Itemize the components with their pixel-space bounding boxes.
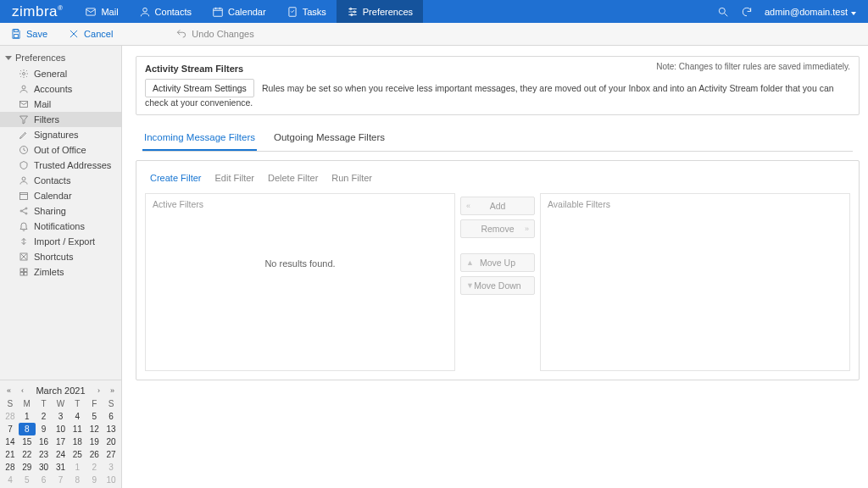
sidebar-item-calendar[interactable]: Calendar — [0, 188, 121, 203]
sidebar-item-mail[interactable]: Mail — [0, 97, 121, 112]
sidebar-item-filters[interactable]: Filters — [0, 112, 121, 127]
undo-button[interactable]: Undo Changes — [165, 28, 264, 40]
edit-filter-button[interactable]: Edit Filter — [215, 173, 254, 183]
cal-day[interactable]: 4 — [2, 474, 19, 486]
tab-incoming-filters[interactable]: Incoming Message Filters — [142, 125, 257, 151]
cal-day[interactable]: 3 — [103, 461, 120, 474]
move-down-button[interactable]: ▼Move Down — [460, 276, 535, 295]
contacts-icon — [19, 175, 29, 186]
cal-next-year-icon[interactable]: » — [108, 386, 118, 395]
cal-day[interactable]: 16 — [36, 435, 53, 448]
cal-day[interactable]: 10 — [53, 423, 70, 435]
sidebar-item-trusted[interactable]: Trusted Addresses — [0, 158, 121, 173]
arrow-left-icon: « — [466, 202, 470, 210]
sidebar-item-sharing[interactable]: Sharing — [0, 203, 121, 219]
available-filters-list[interactable]: Available Filters — [540, 193, 850, 371]
cal-day[interactable]: 3 — [53, 410, 70, 423]
signatures-icon — [19, 130, 29, 140]
sidebar-item-shortcuts[interactable]: Shortcuts — [0, 249, 121, 264]
cal-day[interactable]: 26 — [86, 448, 103, 461]
sidebar-item-zimlets[interactable]: Zimlets — [0, 264, 121, 280]
arrow-right-icon: » — [525, 225, 529, 233]
active-filters-list[interactable]: Active Filters No results found. — [145, 193, 455, 371]
cal-day[interactable]: 14 — [2, 435, 19, 448]
run-filter-button[interactable]: Run Filter — [331, 173, 372, 183]
topnav-preferences[interactable]: Preferences — [337, 0, 423, 23]
cal-day[interactable]: 7 — [2, 423, 19, 435]
create-filter-button[interactable]: Create Filter — [150, 173, 202, 183]
topnav-mail[interactable]: Mail — [75, 0, 128, 23]
sidebar-item-notifications[interactable]: Notifications — [0, 219, 121, 234]
cal-day[interactable]: 22 — [19, 448, 36, 461]
cal-day[interactable]: 13 — [103, 423, 120, 435]
sidebar-item-importexport[interactable]: Import / Export — [0, 234, 121, 249]
svg-rect-15 — [14, 30, 19, 32]
sidebar-item-outofoffice[interactable]: Out of Office — [0, 142, 121, 158]
cal-day[interactable]: 6 — [36, 474, 53, 486]
cancel-button[interactable]: Cancel — [58, 28, 123, 40]
cal-day[interactable]: 1 — [69, 461, 86, 474]
topnav-contacts[interactable]: Contacts — [129, 0, 202, 23]
cal-day[interactable]: 15 — [19, 435, 36, 448]
cal-next-month-icon[interactable]: › — [94, 386, 104, 395]
shortcuts-icon — [19, 252, 29, 262]
cal-day[interactable]: 21 — [2, 448, 19, 461]
cal-day[interactable]: 2 — [86, 461, 103, 474]
cal-day[interactable]: 27 — [103, 448, 120, 461]
cal-day[interactable]: 6 — [103, 410, 120, 423]
move-up-button[interactable]: ▲Move Up — [460, 253, 535, 272]
cal-day[interactable]: 19 — [86, 435, 103, 448]
cal-day[interactable]: 7 — [53, 474, 70, 486]
mail-icon — [19, 99, 29, 109]
user-menu[interactable]: admin@domain.test — [765, 7, 856, 17]
cal-day[interactable]: 12 — [86, 423, 103, 435]
cal-day[interactable]: 9 — [86, 474, 103, 486]
cal-day[interactable]: 24 — [53, 448, 70, 461]
cal-day[interactable]: 10 — [103, 474, 120, 486]
cal-day[interactable]: 8 — [69, 474, 86, 486]
svg-point-20 — [22, 86, 25, 89]
cal-day[interactable]: 5 — [19, 474, 36, 486]
sidebar-item-accounts[interactable]: Accounts — [0, 81, 121, 97]
topnav-calendar[interactable]: Calendar — [202, 0, 276, 23]
topnav-tasks[interactable]: Tasks — [276, 0, 337, 23]
add-filter-button[interactable]: «Add — [460, 197, 535, 215]
tasks-icon — [287, 6, 298, 18]
cal-day[interactable]: 30 — [36, 461, 53, 474]
save-button[interactable]: Save — [0, 28, 58, 40]
search-icon[interactable] — [717, 6, 729, 18]
cal-day[interactable]: 29 — [19, 461, 36, 474]
sidebar-item-signatures[interactable]: Signatures — [0, 127, 121, 142]
cal-day[interactable]: 28 — [2, 410, 19, 423]
svg-point-28 — [25, 208, 27, 209]
trusted-icon — [19, 160, 29, 170]
cal-day[interactable]: 23 — [36, 448, 53, 461]
cal-prev-year-icon[interactable]: « — [3, 386, 14, 395]
cal-day[interactable]: 9 — [36, 423, 53, 435]
filter-tabs: Incoming Message Filters Outgoing Messag… — [142, 125, 853, 152]
refresh-icon[interactable] — [741, 6, 753, 18]
sidebar-item-general[interactable]: General — [0, 66, 121, 81]
activity-stream-settings-button[interactable]: Activity Stream Settings — [145, 79, 254, 97]
cal-day[interactable]: 4 — [69, 410, 86, 423]
cal-day[interactable]: 25 — [69, 448, 86, 461]
delete-filter-button[interactable]: Delete Filter — [268, 173, 318, 183]
cal-day[interactable]: 17 — [53, 435, 70, 448]
cal-day[interactable]: 31 — [53, 461, 70, 474]
remove-filter-button[interactable]: Remove» — [460, 219, 535, 238]
cal-day[interactable]: 18 — [69, 435, 86, 448]
cal-day[interactable]: 28 — [2, 461, 19, 474]
cal-day[interactable]: 11 — [69, 423, 86, 435]
cal-day[interactable]: 8 — [19, 423, 36, 435]
cal-day[interactable]: 1 — [19, 410, 36, 423]
chevron-down-icon — [5, 56, 12, 60]
cal-prev-month-icon[interactable]: ‹ — [17, 386, 27, 395]
tab-outgoing-filters[interactable]: Outgoing Message Filters — [272, 125, 387, 151]
sidebar-group-preferences[interactable]: Preferences — [0, 49, 121, 66]
cal-day[interactable]: 5 — [86, 410, 103, 423]
svg-line-31 — [22, 212, 25, 214]
cal-day[interactable]: 2 — [36, 410, 53, 423]
svg-rect-39 — [25, 273, 28, 276]
cal-day[interactable]: 20 — [103, 435, 120, 448]
sidebar-item-contacts[interactable]: Contacts — [0, 173, 121, 188]
